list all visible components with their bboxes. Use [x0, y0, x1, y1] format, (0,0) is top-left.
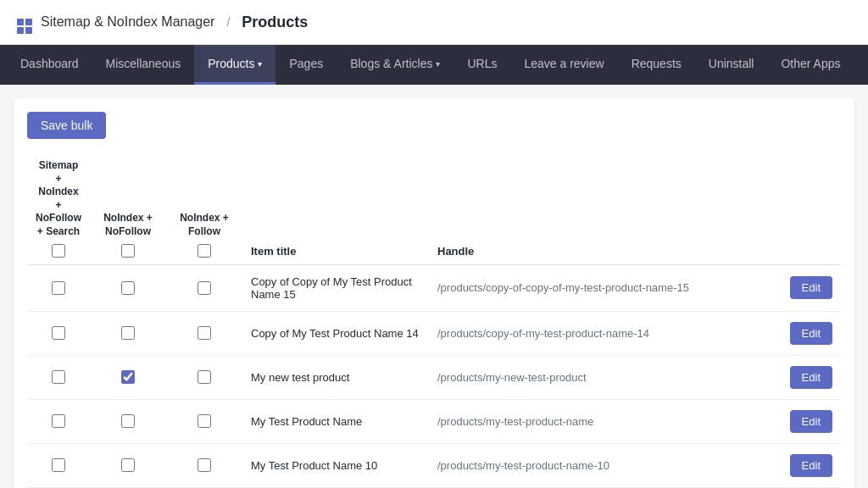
- cell-noindex-follow-3: [166, 399, 242, 443]
- table-row: My Test Product Name 10 /products/my-tes…: [27, 443, 841, 487]
- nav-item-blogs-articles[interactable]: Blogs & Articles ▾: [337, 45, 453, 85]
- cell-sitemap-0: [27, 264, 90, 311]
- cell-action-2: Edit: [773, 355, 841, 399]
- app-title: Sitemap & NoIndex Manager: [41, 14, 214, 30]
- cell-item-title-0: Copy of Copy of My Test Product Name 15: [242, 264, 429, 311]
- cell-item-title-2: My new test product: [242, 355, 429, 399]
- check-noindex-nofollow-4[interactable]: [121, 458, 135, 472]
- cell-noindex-follow-1: [166, 311, 242, 355]
- nav-item-dashboard[interactable]: Dashboard: [7, 45, 92, 85]
- products-dropdown-arrow: ▾: [258, 59, 262, 69]
- col-handle-header: Handle: [429, 152, 773, 264]
- cell-noindex-nofollow-3: [90, 399, 166, 443]
- check-noindex-nofollow-2[interactable]: [121, 370, 135, 384]
- edit-button-2[interactable]: Edit: [790, 366, 832, 389]
- check-noindex-follow-0[interactable]: [198, 281, 211, 295]
- cell-item-title-4: My Test Product Name 10: [242, 443, 429, 487]
- header-separator: /: [226, 15, 230, 29]
- table-row: My new test product /products/my-new-tes…: [27, 355, 841, 399]
- cell-noindex-follow-4: [166, 443, 242, 487]
- cell-noindex-nofollow-2: [90, 355, 166, 399]
- cell-sitemap-2: [27, 355, 90, 399]
- cell-item-title-3: My Test Product Name: [242, 399, 429, 443]
- cell-item-title-1: Copy of My Test Product Name 14: [242, 311, 429, 355]
- table-row: Copy of My Test Product Name 14 /product…: [27, 311, 841, 355]
- check-sitemap-4[interactable]: [52, 458, 65, 472]
- cell-handle-0: /products/copy-of-copy-of-my-test-produc…: [429, 264, 773, 311]
- cell-noindex-follow-2: [166, 355, 242, 399]
- check-noindex-follow-4[interactable]: [198, 458, 211, 472]
- check-noindex-follow-2[interactable]: [198, 370, 211, 384]
- cell-action-1: Edit: [773, 311, 841, 355]
- check-sitemap-0[interactable]: [52, 281, 65, 295]
- edit-button-1[interactable]: Edit: [790, 322, 832, 345]
- check-sitemap-3[interactable]: [52, 414, 65, 428]
- check-noindex-nofollow-3[interactable]: [121, 414, 135, 428]
- nav-item-other-apps[interactable]: Other Apps: [767, 45, 854, 85]
- col-noindex-nofollow-header: NoIndex + NoFollow: [90, 152, 166, 264]
- cell-action-0: Edit: [773, 264, 841, 311]
- app-icon: [17, 10, 32, 34]
- cell-sitemap-4: [27, 443, 90, 487]
- cell-action-3: Edit: [773, 399, 841, 443]
- table-row: My Test Product Name /products/my-test-p…: [27, 399, 841, 443]
- main-content: Save bulk Sitemap + NoIndex + NoFollow +…: [14, 98, 854, 488]
- cell-handle-2: /products/my-new-test-product: [429, 355, 773, 399]
- cell-handle-4: /products/my-test-product-name-10: [429, 443, 773, 487]
- cell-handle-1: /products/copy-of-my-test-product-name-1…: [429, 311, 773, 355]
- products-table: Sitemap + NoIndex + NoFollow + Search No…: [27, 152, 841, 488]
- table-row: Copy of Copy of My Test Product Name 15 …: [27, 264, 841, 311]
- cell-sitemap-1: [27, 311, 90, 355]
- nav-item-products[interactable]: Products ▾: [194, 45, 275, 85]
- cell-action-4: Edit: [773, 443, 841, 487]
- cell-sitemap-3: [27, 399, 90, 443]
- check-sitemap-1[interactable]: [52, 326, 65, 340]
- cell-handle-3: /products/my-test-product-name: [429, 399, 773, 443]
- select-all-sitemap[interactable]: [52, 244, 65, 258]
- check-noindex-nofollow-1[interactable]: [121, 326, 135, 340]
- save-bulk-button[interactable]: Save bulk: [27, 112, 106, 139]
- col-sitemap-header: Sitemap + NoIndex + NoFollow + Search: [27, 152, 90, 264]
- cell-noindex-follow-0: [166, 264, 242, 311]
- col-action-header: [773, 152, 841, 264]
- nav-label-blogs: Blogs & Articles: [350, 57, 432, 70]
- cell-noindex-nofollow-1: [90, 311, 166, 355]
- check-noindex-follow-3[interactable]: [198, 414, 211, 428]
- edit-button-4[interactable]: Edit: [790, 454, 832, 477]
- nav-item-requests[interactable]: Requests: [618, 45, 695, 85]
- edit-button-3[interactable]: Edit: [790, 410, 832, 433]
- check-sitemap-2[interactable]: [52, 370, 65, 384]
- blogs-dropdown-arrow: ▾: [436, 59, 440, 69]
- select-all-noindex-nofollow[interactable]: [121, 244, 135, 258]
- edit-button-0[interactable]: Edit: [790, 276, 832, 299]
- nav-label-products: Products: [208, 57, 254, 70]
- nav-item-pages[interactable]: Pages: [275, 45, 337, 85]
- nav-item-uninstall[interactable]: Uninstall: [695, 45, 768, 85]
- col-item-title-header: Item title: [242, 152, 429, 264]
- nav-item-leave-review[interactable]: Leave a review: [510, 45, 617, 85]
- check-noindex-follow-1[interactable]: [198, 326, 211, 340]
- col-noindex-follow-header: NoIndex + Follow: [166, 152, 242, 264]
- page-title: Products: [242, 14, 308, 31]
- cell-noindex-nofollow-4: [90, 443, 166, 487]
- check-noindex-nofollow-0[interactable]: [121, 281, 135, 295]
- nav-bar: Dashboard Miscellaneous Products ▾ Pages…: [0, 45, 868, 85]
- select-all-noindex-follow[interactable]: [198, 244, 211, 258]
- nav-item-urls[interactable]: URLs: [453, 45, 510, 85]
- cell-noindex-nofollow-0: [90, 264, 166, 311]
- app-header: Sitemap & NoIndex Manager / Products: [0, 0, 868, 45]
- nav-item-miscellaneous[interactable]: Miscellaneous: [92, 45, 195, 85]
